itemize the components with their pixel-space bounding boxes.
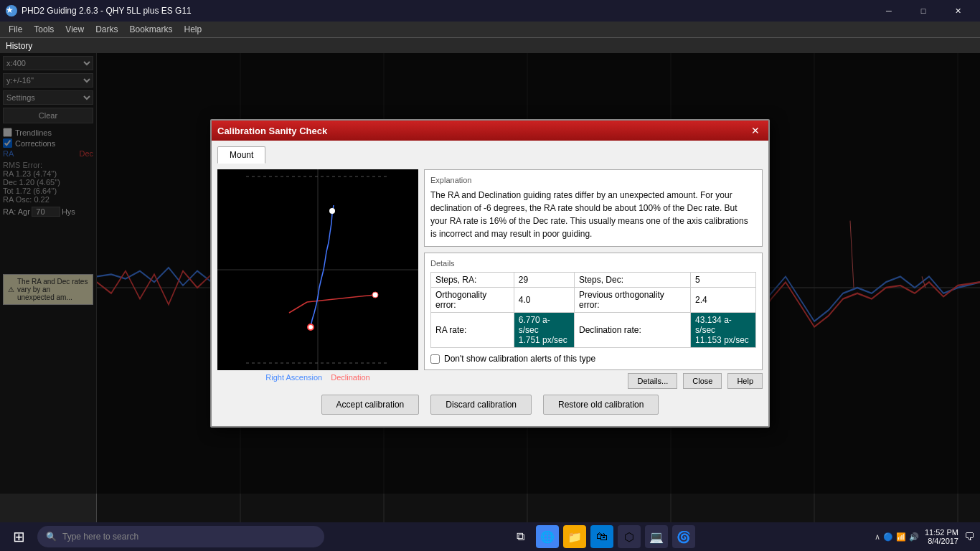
- svg-point-23: [308, 324, 314, 330]
- tray-bluetooth[interactable]: 🔵: [883, 532, 893, 542]
- search-icon: 🔍: [46, 532, 57, 542]
- taskbar-search[interactable]: 🔍 Type here to search: [37, 526, 324, 547]
- clock-date: 8/4/2017: [925, 537, 958, 545]
- tab-strip: Mount: [217, 146, 763, 164]
- taskbar-chrome[interactable]: 🌐: [536, 525, 559, 548]
- dialog-close-button[interactable]: ✕: [748, 123, 763, 138]
- close-button[interactable]: ✕: [941, 0, 974, 22]
- help-button[interactable]: Help: [727, 373, 763, 389]
- menu-bookmarks[interactable]: Bookmarks: [124, 23, 179, 36]
- taskbar: ⊞ 🔍 Type here to search ⧉ 🌐 📁 🛍 ⬡ 💻 🌀 ∧ …: [0, 522, 980, 551]
- titlebar: ★ PHD2 Guiding 2.6.3 - QHY 5LL plus ES G…: [0, 0, 980, 22]
- taskbar-clock[interactable]: 11:52 PM 8/4/2017: [925, 528, 958, 545]
- tray-arrow[interactable]: ∧: [875, 532, 880, 542]
- svg-point-24: [372, 292, 378, 298]
- dont-show-row: Don't show calibration alerts of this ty…: [430, 354, 756, 364]
- calibration-dialog: Calibration Sanity Check ✕ Mount: [210, 119, 770, 428]
- start-button[interactable]: ⊞: [6, 524, 32, 550]
- window-title: PHD2 Guiding 2.6.3 - QHY 5LL plus ES G11: [22, 6, 872, 16]
- steps-dec-label: Steps, Dec:: [575, 273, 691, 288]
- dialog-body: Mount: [212, 141, 768, 426]
- accept-calibration-button[interactable]: Accept calibration: [321, 395, 420, 415]
- taskbar-right: ∧ 🔵 📶 🔊 11:52 PM 8/4/2017 🗨: [875, 528, 974, 545]
- dec-legend[interactable]: Declination: [331, 373, 369, 382]
- cal-chart: [217, 169, 418, 370]
- steps-ra-label: Steps, RA:: [431, 273, 514, 288]
- right-panel: Explanation The RA and Declination guidi…: [424, 169, 763, 389]
- history-header: History: [0, 37, 980, 53]
- explanation-group-title: Explanation: [430, 176, 756, 184]
- taskbar-app6[interactable]: 🌀: [672, 525, 695, 548]
- ra-legend[interactable]: Right Ascension: [265, 373, 322, 382]
- ra-rate-label: RA rate:: [431, 313, 514, 348]
- discard-calibration-button[interactable]: Discard calibration: [430, 395, 532, 415]
- restore-calibration-button[interactable]: Restore old calibration: [543, 395, 659, 415]
- table-row: RA rate: 6.770 a-s/sec1.751 px/sec Decli…: [431, 313, 756, 348]
- menu-tools[interactable]: Tools: [28, 23, 60, 36]
- explanation-box: Explanation The RA and Declination guidi…: [424, 169, 763, 247]
- steps-dec-value: 5: [691, 273, 756, 288]
- explanation-text: The RA and Declination guiding rates dif…: [430, 189, 756, 240]
- notification-button[interactable]: 🗨: [964, 531, 974, 542]
- details-button[interactable]: Details...: [628, 373, 677, 389]
- details-group-title: Details: [430, 259, 756, 268]
- ortho-error-value: 4.0: [514, 288, 574, 313]
- dialog-titlebar: Calibration Sanity Check ✕: [212, 121, 768, 141]
- menu-view[interactable]: View: [60, 23, 90, 36]
- prev-ortho-value: 2.4: [691, 288, 756, 313]
- cal-chart-container: Right Ascension Declination: [217, 169, 418, 389]
- tray-volume[interactable]: 🔊: [909, 532, 919, 542]
- ortho-error-label: Orthogonality error:: [431, 288, 514, 313]
- menu-file[interactable]: File: [3, 23, 28, 36]
- steps-ra-value: 29: [514, 273, 574, 288]
- taskbar-explorer[interactable]: 📁: [563, 525, 586, 548]
- menubar: File Tools View Darks Bookmarks Help: [0, 22, 980, 37]
- prev-ortho-label: Previous orthogonality error:: [575, 288, 691, 313]
- dialog-action-buttons: Accept calibration Discard calibration R…: [217, 389, 763, 420]
- dec-rate-value: 43.134 a-s/sec11.153 px/sec: [691, 313, 756, 348]
- minimize-button[interactable]: ─: [872, 0, 905, 22]
- history-title: History: [6, 41, 32, 51]
- menu-help[interactable]: Help: [179, 23, 208, 36]
- table-row: Orthogonality error: 4.0 Previous orthog…: [431, 288, 756, 313]
- details-box: Details Steps, RA: 29 Steps, Dec: 5: [424, 253, 763, 370]
- taskbar-apps: ⧉ 🌐 📁 🛍 ⬡ 💻 🌀: [330, 525, 875, 548]
- taskbar-store[interactable]: 🛍: [590, 525, 613, 548]
- dialog-title: Calibration Sanity Check: [217, 126, 748, 136]
- maximize-button[interactable]: □: [907, 0, 940, 22]
- tab-mount[interactable]: Mount: [217, 146, 265, 164]
- dec-rate-label: Declination rate:: [575, 313, 691, 348]
- dont-show-checkbox[interactable]: [430, 354, 440, 364]
- details-table: Steps, RA: 29 Steps, Dec: 5 Orthogonalit…: [430, 272, 756, 348]
- dialog-main: Right Ascension Declination Explanation …: [217, 169, 763, 389]
- ra-rate-value: 6.770 a-s/sec1.751 px/sec: [514, 313, 574, 348]
- table-row: Steps, RA: 29 Steps, Dec: 5: [431, 273, 756, 288]
- app-icon: ★: [6, 5, 17, 17]
- menu-darks[interactable]: Darks: [90, 23, 123, 36]
- taskbar-app4[interactable]: ⬡: [618, 525, 641, 548]
- taskbar-app5[interactable]: 💻: [645, 525, 668, 548]
- dont-show-label: Don't show calibration alerts of this ty…: [444, 354, 595, 364]
- search-placeholder: Type here to search: [62, 532, 138, 542]
- tray-network[interactable]: 📶: [896, 532, 906, 542]
- close-button[interactable]: Close: [683, 373, 722, 389]
- window-controls: ─ □ ✕: [872, 0, 974, 22]
- svg-point-22: [329, 208, 335, 214]
- detail-bottom-buttons: Details... Close Help: [424, 373, 763, 389]
- clock-time: 11:52 PM: [925, 528, 958, 537]
- taskbar-task-view[interactable]: ⧉: [509, 525, 532, 548]
- cal-chart-svg: [217, 169, 418, 370]
- modal-overlay: Calibration Sanity Check ✕ Mount: [0, 53, 980, 494]
- system-tray: ∧ 🔵 📶 🔊: [875, 532, 919, 542]
- cal-legend: Right Ascension Declination: [217, 373, 418, 382]
